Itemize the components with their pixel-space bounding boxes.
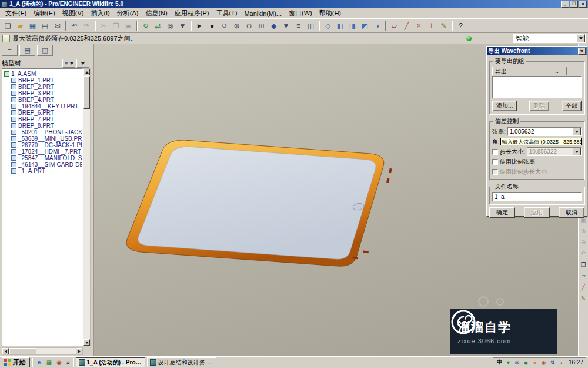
tree-item[interactable]: BREP_6.PRT [11, 110, 82, 116]
search-icon[interactable]: ◎ [164, 20, 176, 32]
named-view-icon[interactable]: ❐ [579, 260, 588, 269]
tree-horizontal-scrollbar[interactable] [2, 347, 83, 355]
tree-item[interactable]: BREP_4.PRT [11, 97, 82, 103]
tree-item[interactable]: _26770__DC-JACK-1.PRT [11, 142, 82, 148]
tray-volume-icon[interactable]: ♪ [557, 359, 565, 366]
open-file-icon[interactable]: ▰ [14, 20, 26, 32]
scrollbar-thumb[interactable] [9, 348, 36, 354]
refit-icon[interactable]: ⊞ [255, 20, 268, 32]
tree-item[interactable]: BREP_7.PRT [11, 116, 82, 122]
datum-axis-display-icon[interactable]: ╱ [579, 283, 588, 291]
tray-shield-icon[interactable]: ◆ [522, 359, 530, 366]
shaded-mode-icon[interactable]: ◩ [359, 20, 371, 32]
no-hidden-icon[interactable]: ◨ [346, 20, 359, 32]
new-file-icon[interactable]: ❏ [2, 20, 14, 32]
chevron-down-icon[interactable] [576, 34, 585, 42]
quicklaunch-browser-icon[interactable]: e [35, 358, 44, 367]
dialog-titlebar[interactable]: 导出 Wavefront × [487, 47, 587, 55]
quicklaunch-player-icon[interactable]: ◉ [55, 358, 64, 367]
saved-views-icon[interactable]: ▼ [280, 20, 292, 32]
tree-show-menu[interactable] [62, 59, 75, 68]
menu-item[interactable]: 文件(F) [2, 8, 30, 19]
tree-item[interactable]: _1_A.PRT [11, 168, 82, 174]
add-button[interactable]: 添加... [492, 101, 517, 111]
zoom-out-icon[interactable]: ⊖ [243, 20, 255, 32]
print-icon[interactable]: ▤ [39, 20, 51, 32]
tray-download-icon[interactable]: ▼ [505, 359, 512, 366]
tree-item[interactable]: _53639__MINI_USB.PRT [11, 135, 82, 142]
context-help-icon[interactable]: ? [455, 20, 467, 32]
quicklaunch-show-desktop-icon[interactable]: ▦ [45, 358, 54, 367]
scrollbar-thumb[interactable] [83, 76, 90, 109]
tray-mail-icon[interactable]: ✉ [513, 359, 521, 366]
menu-item[interactable]: 分析(A) [113, 8, 142, 19]
tray-ime-icon[interactable]: 中 [496, 359, 503, 366]
chevron-down-icon[interactable] [573, 128, 581, 135]
step-size-checkbox[interactable] [492, 149, 498, 155]
shaded-display-icon[interactable]: ● [206, 20, 218, 32]
spin-center-icon[interactable]: ↺ [218, 20, 230, 32]
tray-antivirus-icon[interactable]: ◉ [540, 359, 547, 366]
cancel-button[interactable]: 取消 [559, 207, 584, 218]
maximize-button[interactable]: ❐ [570, 1, 578, 8]
selection-filter-icon[interactable]: ▼ [176, 20, 189, 32]
tree-item[interactable]: _25847__MANIFOLD_SOLID_BREP [11, 155, 82, 161]
close-button[interactable]: × [579, 1, 587, 8]
menu-item[interactable]: 插入(I) [87, 8, 113, 19]
tablet-screen[interactable] [138, 147, 376, 259]
scroll-right-icon[interactable] [76, 348, 82, 354]
tree-item-root[interactable]: 1_A.ASM [4, 71, 82, 77]
tree-settings-menu[interactable] [76, 59, 89, 68]
wireframe-icon[interactable]: ◇ [322, 20, 334, 32]
selection-filter-combo[interactable]: 智能 [513, 34, 586, 43]
titlebar[interactable]: 1_A (活动的) - Pro/ENGINEER Wildfire 5.0 _❐… [0, 0, 588, 8]
tree-options-icon[interactable]: ◫ [37, 45, 53, 56]
tree-item[interactable]: _50201__PHONE-JACK_3.PRT [11, 129, 82, 135]
undo-icon[interactable]: ↶ [68, 20, 81, 32]
menu-item[interactable]: 帮助(H) [316, 8, 345, 19]
export-list[interactable] [492, 76, 582, 98]
menu-item[interactable]: 信息(N) [142, 8, 171, 19]
repaint-icon[interactable]: ◆ [268, 20, 280, 32]
tray-update-icon[interactable]: ● [531, 359, 539, 366]
tree-item[interactable]: BREP_2.PRT [11, 84, 82, 90]
all-button[interactable]: 全部 [562, 101, 582, 111]
datum-plane-toggle-icon[interactable]: ▱ [388, 20, 400, 32]
tray-network-icon[interactable]: ⇅ [549, 359, 556, 366]
save-icon[interactable]: ▦ [26, 20, 39, 32]
scroll-up-icon[interactable] [83, 69, 90, 75]
tree-item[interactable]: _194844__KEY-D.PRT [11, 103, 82, 110]
start-button[interactable]: 开始 [2, 357, 30, 367]
select-arrow-icon[interactable]: ► [193, 20, 206, 32]
dialog-close-icon[interactable]: × [578, 48, 586, 55]
layers-icon[interactable]: ≡ [292, 20, 305, 32]
model-tree-toggle-icon[interactable]: ≡ [2, 45, 18, 56]
taskbar-task[interactable]: 设计总结和设计资源... [147, 357, 216, 367]
export-column-header[interactable]: 导出 [492, 67, 546, 75]
ok-button[interactable]: 确定 [489, 207, 515, 218]
menu-item[interactable]: Manikin(M)... [240, 9, 285, 18]
menu-item[interactable]: 编辑(E) [30, 8, 59, 19]
menu-item[interactable]: 视图(V) [59, 8, 88, 19]
enhanced-realism-icon[interactable]: ◑ [371, 20, 383, 32]
hidden-line-icon[interactable]: ◧ [334, 20, 346, 32]
tree-item[interactable]: _46143__SIM-CARD-DECK_6.PRT [11, 161, 82, 168]
menu-item[interactable]: 窗口(W) [285, 8, 316, 19]
sketcher-icon[interactable]: ✎ [579, 294, 588, 303]
menu-item[interactable]: 应用程序(P) [171, 8, 213, 19]
clock[interactable]: 16:27 [566, 359, 583, 366]
filename-input[interactable] [492, 192, 582, 201]
ratio-chord-checkbox[interactable] [492, 159, 498, 165]
scroll-down-icon[interactable] [83, 339, 90, 346]
csys-toggle-icon[interactable]: ⊥ [425, 20, 437, 32]
menu-item[interactable]: 工具(T) [212, 8, 240, 19]
tree-item[interactable]: _17824__HDMI-_7.PRT [11, 148, 82, 155]
datum-point-toggle-icon[interactable]: × [413, 20, 425, 32]
status-light-icon[interactable] [466, 36, 472, 41]
tree-item[interactable]: BREP_3.PRT [11, 90, 82, 97]
chord-height-input[interactable]: 1.085632 [507, 127, 582, 136]
mail-icon[interactable]: ✉ [51, 20, 64, 32]
layer-tree-icon[interactable]: ▤ [19, 45, 35, 56]
minimize-button[interactable]: _ [561, 1, 569, 8]
more-column-header[interactable]: .. [547, 67, 567, 75]
